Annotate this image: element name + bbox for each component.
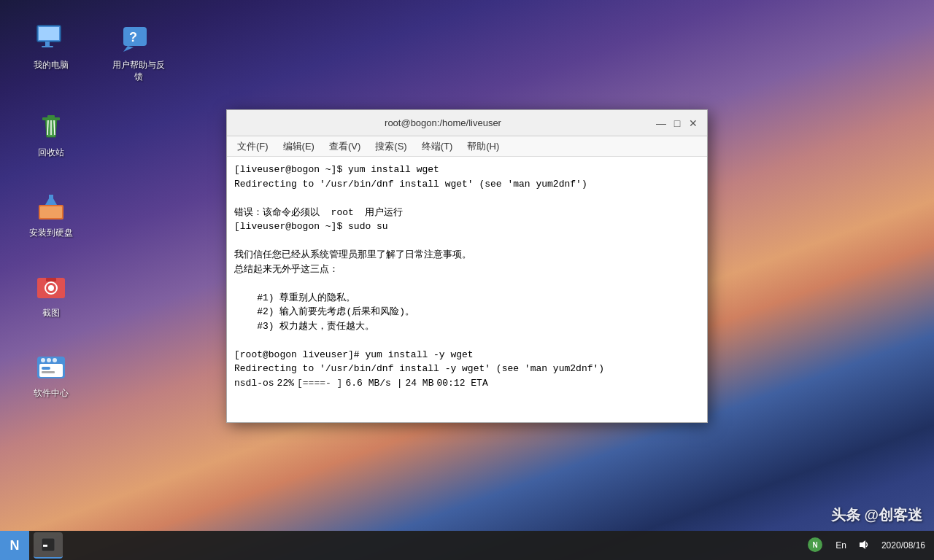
desktop-icon-user-help-label: 用户帮助与反馈 [109, 60, 168, 82]
svg-text:N: N [813, 541, 818, 549]
minimize-button[interactable]: — [653, 115, 669, 131]
tray-datetime: 2020/08/16 [879, 540, 928, 551]
terminal-window: root@bogon:/home/liveuser — □ ✕ 文件(F) 编辑… [226, 109, 708, 423]
term-progress-line: nsdl-os 22% [====- ] 6.6 MB/s | 24 MB 00… [234, 376, 700, 391]
desktop-icon-install-disk-label: 安装到硬盘 [29, 228, 73, 239]
terminal-titlebar: root@bogon:/home/liveuser — □ ✕ [227, 110, 707, 136]
desktop-icon-software-center-label: 软件中心 [34, 388, 69, 400]
recycle-icon [34, 109, 69, 144]
desktop: 我的电脑 ? 用户帮助与反馈 回收站 [0, 0, 934, 560]
svg-rect-19 [46, 278, 56, 281]
desktop-icon-install-disk[interactable]: 安装到硬盘 [22, 190, 80, 239]
svg-rect-2 [45, 42, 50, 46]
svg-rect-15 [49, 195, 53, 205]
term-line-10: #1) 尊重别人的隐私。 [234, 291, 700, 306]
svg-rect-8 [47, 115, 55, 118]
svg-rect-13 [40, 206, 62, 218]
menu-terminal[interactable]: 终端(T) [414, 139, 460, 155]
software-center-icon [34, 350, 69, 385]
term-line-4: 错误：该命令必须以 root 用户运行 [234, 206, 700, 220]
svg-point-24 [53, 358, 57, 362]
terminal-title: root@bogon:/home/liveuser [233, 117, 653, 128]
term-line-9 [234, 276, 700, 291]
menu-file[interactable]: 文件(F) [230, 139, 276, 155]
menu-search[interactable]: 搜索(S) [368, 139, 414, 155]
term-line-1: [liveuser@bogon ~]$ yum install wget [234, 163, 700, 177]
svg-text:?: ? [129, 30, 137, 44]
term-line-3 [234, 191, 700, 206]
menu-edit[interactable]: 编辑(E) [276, 139, 322, 155]
term-line-5: [liveuser@bogon ~]$ sudo su [234, 219, 700, 234]
help-icon: ? [121, 22, 156, 57]
progress-eta: 00:12 ETA [436, 376, 487, 391]
desktop-icon-user-help[interactable]: ? 用户帮助与反馈 [109, 22, 168, 82]
menu-help[interactable]: 帮助(H) [460, 139, 506, 155]
progress-package: nsdl-os [234, 376, 274, 391]
close-button[interactable]: ✕ [685, 115, 701, 131]
svg-rect-25 [42, 367, 50, 370]
svg-rect-26 [42, 371, 55, 373]
progress-percent: 22% [277, 376, 294, 391]
screenshot-icon [34, 270, 69, 305]
svg-point-22 [41, 358, 45, 362]
svg-marker-31 [860, 540, 865, 549]
svg-rect-3 [42, 46, 53, 47]
term-line-11: #2) 输入前要先考虑(后果和风险)。 [234, 305, 700, 319]
term-line-12: #3) 权力越大，责任越大。 [234, 319, 700, 334]
term-line-13 [234, 333, 700, 348]
term-line-2: Redirecting to '/usr/bin/dnf install wge… [234, 177, 700, 192]
tray-input-method[interactable]: N [803, 536, 827, 556]
desktop-icon-recycle-bin[interactable]: 回收站 [22, 109, 80, 159]
desktop-icon-screenshot[interactable]: 截图 [22, 270, 80, 319]
svg-point-18 [48, 285, 54, 291]
desktop-icon-software-center[interactable]: 软件中心 [22, 350, 80, 400]
taskbar-start-button[interactable]: N [0, 531, 29, 560]
term-line-7: 我们信任您已经从系统管理员那里了解了日常注意事项。 [234, 248, 700, 262]
svg-marker-5 [123, 46, 134, 52]
menu-view[interactable]: 查看(V) [322, 139, 368, 155]
taskbar: N ▬ N En 2020 [0, 531, 934, 560]
svg-line-11 [54, 120, 55, 135]
taskbar-app-terminal[interactable]: ▬ [34, 532, 63, 559]
term-line-14: [root@bogon liveuser]# yum install -y wg… [234, 348, 700, 362]
term-line-8: 总结起来无外乎这三点： [234, 262, 700, 277]
progress-size: 24 MB [405, 376, 433, 391]
term-line-6 [234, 234, 700, 249]
install-icon [34, 190, 69, 225]
svg-rect-1 [39, 27, 59, 40]
progress-speed: 6.6 MB/s | [345, 376, 402, 391]
desktop-icon-my-computer[interactable]: 我的电脑 [22, 22, 80, 71]
monitor-icon [34, 22, 69, 57]
maximize-button[interactable]: □ [669, 115, 685, 131]
tray-volume-icon[interactable] [855, 539, 873, 553]
watermark: 头条 @创客迷 [831, 505, 922, 525]
svg-line-9 [47, 120, 48, 135]
svg-text:▬: ▬ [43, 541, 47, 549]
tray-language[interactable]: En [833, 540, 849, 551]
terminal-content[interactable]: [liveuser@bogon ~]$ yum install wget Red… [227, 157, 707, 422]
svg-point-23 [47, 358, 51, 362]
progress-bar: [====- ] [297, 376, 342, 391]
term-line-15: Redirecting to '/usr/bin/dnf install -y … [234, 362, 700, 376]
taskbar-apps: ▬ [29, 532, 803, 559]
desktop-icon-screenshot-label: 截图 [42, 308, 60, 319]
desktop-icon-my-computer-label: 我的电脑 [34, 60, 69, 71]
taskbar-right: N En 2020/08/16 [803, 536, 934, 556]
svg-rect-21 [39, 364, 63, 377]
terminal-menubar: 文件(F) 编辑(E) 查看(V) 搜索(S) 终端(T) 帮助(H) [227, 136, 707, 157]
desktop-icon-recycle-bin-label: 回收站 [38, 147, 64, 159]
